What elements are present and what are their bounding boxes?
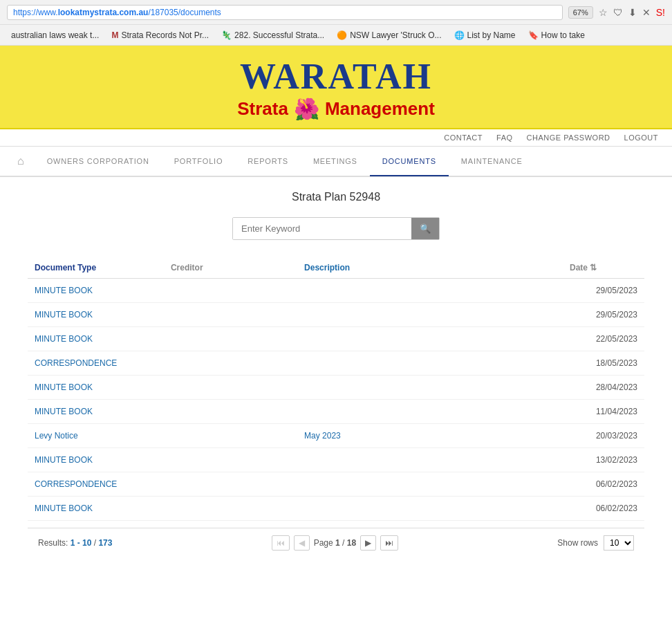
bookmark-6-label: How to take (541, 30, 585, 40)
table-row: MINUTE BOOK 28/04/2023 (28, 376, 644, 400)
bookmark-4[interactable]: 🟠 NSW Lawyer 'Struck O... (331, 29, 447, 41)
bookmark-1[interactable]: australian laws weak t... (6, 29, 104, 41)
table-row: MINUTE BOOK 11/04/2023 (28, 400, 644, 424)
next-page-btn[interactable]: ▶ (360, 535, 376, 551)
cell-doc-type: MINUTE BOOK (28, 448, 164, 472)
cell-doc-type: Levy Notice (28, 424, 164, 448)
total-pages: 18 (347, 538, 356, 548)
doc-type-link[interactable]: MINUTE BOOK (35, 382, 93, 392)
cell-description (297, 303, 563, 327)
table-row: MINUTE BOOK 29/05/2023 (28, 279, 644, 303)
cell-description (297, 376, 563, 400)
cell-description (297, 351, 563, 376)
results-total: 173 (98, 538, 112, 548)
search-input[interactable] (233, 218, 411, 239)
col-header-description: Description (297, 257, 563, 279)
prev-page-btn[interactable]: ◀ (294, 535, 310, 551)
cell-date: 06/02/2023 (563, 472, 644, 497)
close-icon[interactable]: ✕ (642, 7, 651, 18)
page-content: WARATAH Strata 🌺 Management CONTACT FAQ … (0, 46, 672, 571)
nav-owners-corporation[interactable]: OWNERS CORPORATION (35, 147, 162, 176)
sort-icon: ⇅ (590, 263, 597, 272)
doc-type-link[interactable]: MINUTE BOOK (35, 455, 93, 465)
cell-date: 20/03/2023 (563, 424, 644, 448)
cell-date: 11/04/2023 (563, 400, 644, 424)
nav-maintenance[interactable]: MAINTENANCE (449, 147, 535, 176)
bookmark-1-label: australian laws weak t... (11, 30, 99, 40)
cell-doc-type: CORRESPONDENCE (28, 472, 164, 497)
subtitle-left: Strata (237, 98, 288, 120)
table-row: MINUTE BOOK 06/02/2023 (28, 497, 644, 521)
bookmarks-bar: australian laws weak t... M Strata Recor… (0, 25, 672, 46)
cell-doc-type: MINUTE BOOK (28, 327, 164, 351)
cell-date: 18/05/2023 (563, 351, 644, 376)
pagination-controls: ⏮ ◀ Page 1 / 18 ▶ ⏭ (272, 535, 398, 551)
doc-type-link[interactable]: CORRESPONDENCE (35, 358, 117, 368)
bookmark-5[interactable]: 🌐 List by Name (449, 29, 521, 41)
browser-bar: https://www.lookatmystrata.com.au/187035… (0, 0, 672, 25)
search-button[interactable]: 🔍 (411, 218, 439, 239)
nav-documents[interactable]: DOCUMENTS (370, 147, 449, 176)
table-row: MINUTE BOOK 29/05/2023 (28, 303, 644, 327)
documents-table: Document Type Creditor Description Date … (28, 257, 644, 521)
date-sort-label[interactable]: Date ⇅ (570, 263, 597, 272)
table-row: CORRESPONDENCE 18/05/2023 (28, 351, 644, 376)
subtitle-right: Management (325, 98, 435, 120)
url-text: https://www.lookatmystrata.com.au/187035… (13, 8, 221, 17)
doc-type-link[interactable]: Levy Notice (35, 431, 78, 441)
cell-creditor (164, 351, 297, 376)
nav-reports[interactable]: REPORTS (235, 147, 301, 176)
cell-creditor (164, 497, 297, 521)
doc-type-link[interactable]: MINUTE BOOK (35, 334, 93, 344)
nav-meetings[interactable]: MEETINGS (301, 147, 370, 176)
contact-link[interactable]: CONTACT (444, 133, 483, 142)
col-header-doc-type: Document Type (28, 257, 164, 279)
pagination-bar: Results: 1 - 10 / 173 ⏮ ◀ Page 1 / 18 ▶ … (28, 528, 644, 557)
cell-description (297, 400, 563, 424)
faq-link[interactable]: FAQ (496, 133, 513, 142)
cell-date: 29/05/2023 (563, 279, 644, 303)
change-password-link[interactable]: CHANGE PASSWORD (527, 133, 610, 142)
table-row: MINUTE BOOK 13/02/2023 (28, 448, 644, 472)
doc-type-link[interactable]: CORRESPONDENCE (35, 479, 117, 489)
main-nav: ⌂ OWNERS CORPORATION PORTFOLIO REPORTS M… (0, 147, 672, 177)
cell-creditor (164, 279, 297, 303)
screenshot-icon[interactable]: S! (656, 7, 665, 18)
doc-type-link[interactable]: MINUTE BOOK (35, 286, 93, 295)
cell-doc-type: CORRESPONDENCE (28, 351, 164, 376)
bookmark-2-icon: M (111, 30, 118, 40)
url-bar[interactable]: https://www.lookatmystrata.com.au/187035… (7, 5, 563, 20)
cell-creditor (164, 376, 297, 400)
doc-type-link[interactable]: MINUTE BOOK (35, 503, 93, 513)
site-subtitle: Strata 🌺 Management (0, 97, 672, 121)
doc-type-link[interactable]: MINUTE BOOK (35, 310, 93, 320)
cell-description (297, 448, 563, 472)
bookmark-3[interactable]: 🦎 282. Successful Strata... (216, 29, 330, 41)
bookmark-6[interactable]: 🔖 How to take (523, 29, 590, 41)
rows-per-page-select[interactable]: 10 25 50 (604, 535, 634, 551)
shield-icon[interactable]: 🛡 (613, 7, 623, 18)
cell-doc-type: MINUTE BOOK (28, 279, 164, 303)
results-separator: / (94, 538, 96, 548)
home-icon[interactable]: ⌂ (14, 147, 35, 176)
cell-description (297, 327, 563, 351)
last-page-btn[interactable]: ⏭ (380, 535, 398, 551)
logout-link[interactable]: LOGOUT (624, 133, 658, 142)
cell-doc-type: MINUTE BOOK (28, 303, 164, 327)
search-icon: 🔍 (420, 223, 431, 234)
bookmark-2[interactable]: M Strata Records Not Pr... (106, 29, 214, 41)
bookmark-3-icon: 🦎 (221, 30, 232, 40)
cell-date: 22/05/2023 (563, 327, 644, 351)
first-page-btn[interactable]: ⏮ (272, 535, 290, 551)
flower-icon: 🌺 (294, 97, 319, 121)
page-label: Page (314, 538, 333, 548)
doc-type-link[interactable]: MINUTE BOOK (35, 407, 93, 416)
star-icon[interactable]: ☆ (599, 7, 608, 18)
download-icon[interactable]: ⬇ (628, 7, 637, 18)
zoom-badge[interactable]: 67% (568, 6, 593, 19)
show-rows: Show rows 10 25 50 (557, 535, 634, 551)
search-container: 🔍 (28, 217, 644, 240)
nav-portfolio[interactable]: PORTFOLIO (162, 147, 236, 176)
col-header-creditor: Creditor (164, 257, 297, 279)
table-row: MINUTE BOOK 22/05/2023 (28, 327, 644, 351)
